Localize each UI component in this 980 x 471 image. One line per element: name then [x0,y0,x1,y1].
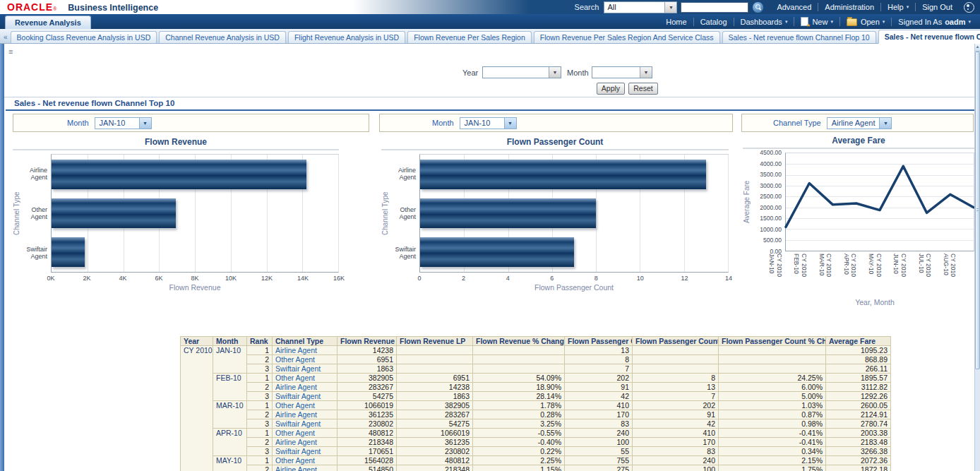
search-button[interactable] [752,1,764,13]
table-row: 2Airline Agent5148502183481.15%2751001.7… [181,465,891,471]
x-tick-label: 10 [637,275,644,282]
top-link-advanced[interactable]: Advanced [770,3,818,11]
channel-link[interactable]: Airline Agent [273,465,337,471]
column-header-flown-passenger-count: Flown Passenger Count [565,337,633,346]
vertical-scrollbar[interactable]: ▲ [974,44,980,471]
channel-link[interactable]: Other Agent [273,429,337,438]
value-cell: 42 [633,419,719,429]
column-header-flown-passenger-count-lp: Flown Passenger Count LP [633,337,719,346]
month-cell: MAR-10 [213,401,247,429]
value-cell: 1 [247,374,273,383]
value-cell: 2124.91 [826,410,891,419]
value-cell: 2 [247,383,273,392]
column-header-flown-revenue-change-lp: Flown Revenue % Change LP [473,337,565,346]
year-prompt-value [483,67,549,78]
value-cell [719,346,826,355]
month-prompt-select[interactable] [592,66,652,78]
panel-collapse-icon[interactable]: ≡ [8,48,13,55]
y-tick-label: 1000.00 [760,226,782,233]
top-link-administration[interactable]: Administration [818,3,880,11]
tab-revenue-analysis[interactable]: Revenue Analysis [5,16,91,29]
channel-link[interactable]: Other Agent [273,456,337,465]
value-cell [397,364,473,374]
bar-swiftair-agent[interactable] [52,237,85,267]
y-tick-label: 2500.00 [760,193,782,200]
top-link-help[interactable]: Help▾ [880,3,915,11]
channel-type-filter-select[interactable]: Airline Agent [827,117,892,129]
x-tick-label: CY 2010 FEB-10 [793,254,808,277]
value-cell [719,355,826,364]
y-tick-label: 3000.00 [760,182,782,189]
channel-link[interactable]: Swiftair Agent [273,364,337,374]
value-cell: 1 [247,429,273,438]
y-tick-label: 4500.00 [760,149,782,156]
reset-button[interactable]: Reset [628,83,658,95]
page-tab-flight-revenue-analysis-in-usd[interactable]: Flight Revenue Analysis in USD [288,31,405,43]
menu-item-catalog[interactable]: Catalog [693,18,734,26]
scrollbar-thumb[interactable] [975,52,980,369]
search-scope-select[interactable]: All [604,1,677,13]
menu-item-new[interactable]: New▾ [794,17,839,26]
channel-link[interactable]: Swiftair Agent [273,392,337,401]
menu-item-dashboards[interactable]: Dashboards▾ [734,18,794,26]
channel-link[interactable]: Swiftair Agent [273,419,337,429]
bar-other-agent[interactable] [420,198,596,228]
value-cell: 3.25% [473,419,565,429]
menu-item-open[interactable]: Open▾ [839,17,891,26]
menu-item-signed-in-as[interactable]: Signed In Asoadm▾ [891,18,977,26]
top-link-sign-out[interactable]: Sign Out [915,3,959,11]
month-cell: MAY-10 [213,456,247,471]
page-tab-sales-net-revenue-flown-channel-flop-10[interactable]: Sales - Net revenue flown Channel Flop 1… [722,31,876,43]
apply-button[interactable]: Apply [597,83,625,95]
column-header-flown-revenue: Flown Revenue [337,337,397,346]
table-header-row: YearMonthRankChannel TypeFlown RevenueFl… [181,337,891,346]
chevron-down-icon [640,67,652,78]
bar-swiftair-agent[interactable] [420,237,574,267]
channel-link[interactable]: Airline Agent [273,346,337,355]
month-filter-select[interactable]: JAN-10 [460,117,517,129]
x-tick-label: CY 2010 AUG-10 [942,254,957,277]
x-axis-title: Year, Month [775,298,974,306]
channel-link[interactable]: Other Agent [273,374,337,383]
bar-airline-agent[interactable] [52,160,306,189]
x-tick-label: 12 [681,275,688,282]
value-cell: 83 [565,419,633,429]
value-cell: 100 [565,438,633,447]
value-cell: 1.03% [719,401,826,410]
bar-other-agent[interactable] [52,198,176,228]
page-tab-booking-class-revenue-analysis-in-usd[interactable]: Booking Class Revenue Analysis in USD [11,31,157,43]
table-row: APR-101Other Agent4808121066019-0.55%240… [181,429,891,438]
top-header-bar: ORACLE ® Business Intelligence Search Al… [0,0,980,14]
page-tab-flown-revenue-per-sales-region-and-service-class[interactable]: Flown Revenue Per Sales Region And Servi… [534,31,720,43]
page-tab-channel-revenue-analysis-in-usd[interactable]: Channel Revenue Analysis in USD [159,31,286,43]
y-axis-title: Average Fare [743,153,753,251]
search-input[interactable] [681,2,748,13]
scroll-up-icon[interactable]: ▲ [975,44,980,52]
scroll-tabs-left-icon[interactable]: « [4,33,8,41]
value-cell: 6.00% [719,383,826,392]
chevron-down-icon: ▾ [830,19,833,25]
channel-link[interactable]: Other Agent [273,401,337,410]
page-tab-flown-revenue-per-sales-region[interactable]: Flown Revenue Per Sales Region [407,31,532,43]
filter-panel-average-fare: Channel Type Airline Agent [741,114,974,132]
month-filter-select[interactable]: JAN-10 [95,117,152,129]
value-cell: 54275 [337,392,397,401]
value-cell: 1066019 [337,401,397,410]
menu-item-home[interactable]: Home [659,18,693,26]
channel-link[interactable]: Other Agent [273,355,337,364]
value-cell: 54275 [397,419,473,429]
channel-link[interactable]: Airline Agent [273,438,337,447]
x-tick-label: CY 2010 JAN-10 [767,254,782,277]
value-cell: 410 [565,401,633,410]
channel-link[interactable]: Swiftair Agent [273,447,337,456]
value-cell: 0.87% [719,410,826,419]
page-tab-sales-net-revenue-flown-channel-top-10[interactable]: Sales - Net revenue flown Channel Top 10 [878,30,980,44]
x-tick-label: 8 [594,275,598,282]
value-cell: 1895.57 [826,374,891,383]
channel-link[interactable]: Airline Agent [273,410,337,419]
year-prompt-select[interactable] [482,66,561,78]
column-header-average-fare: Average Fare [826,337,891,346]
channel-link[interactable]: Airline Agent [273,383,337,392]
user-icon[interactable] [964,2,974,13]
bar-airline-agent[interactable] [420,160,706,189]
